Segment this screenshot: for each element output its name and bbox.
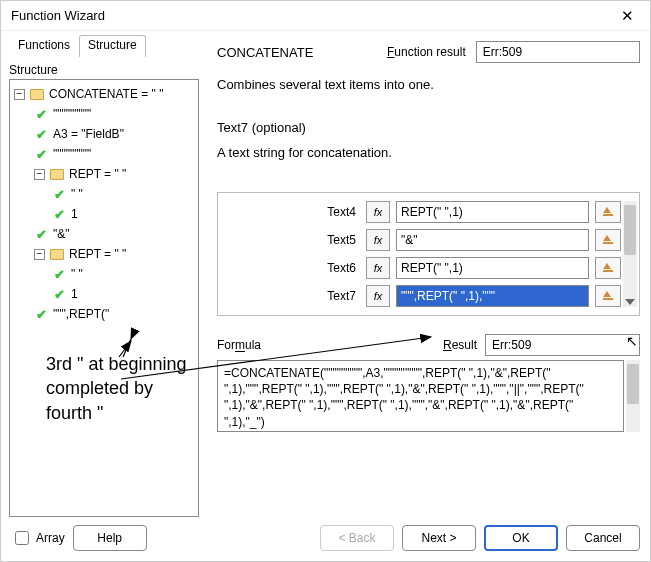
arg-label: Text4 xyxy=(224,205,360,219)
arg-row: Text6 fx xyxy=(224,257,621,279)
arg-input-text5[interactable] xyxy=(396,229,589,251)
button-bar: Array Help < Back Next > OK Cancel xyxy=(1,517,650,561)
ok-button[interactable]: OK xyxy=(484,525,558,551)
fx-button[interactable]: fx xyxy=(366,229,390,251)
result-box: Err:509 xyxy=(485,334,640,356)
tree-row[interactable]: ✔ A3 = "FieldB" xyxy=(12,124,196,144)
shrink-button[interactable] xyxy=(595,285,621,307)
function-result-label: Function result xyxy=(387,45,466,59)
arg-input-text6[interactable] xyxy=(396,257,589,279)
tab-structure[interactable]: Structure xyxy=(79,35,146,57)
folder-icon xyxy=(50,169,64,180)
arg-label: Text6 xyxy=(224,261,360,275)
right-pane: CONCATENATE Function result Err:509 Comb… xyxy=(199,35,640,517)
tree-label: 1 xyxy=(71,287,78,301)
tab-functions[interactable]: Functions xyxy=(9,35,79,57)
formula-label: Formula xyxy=(217,338,435,352)
scroll-thumb[interactable] xyxy=(624,205,636,255)
arg-label: Text5 xyxy=(224,233,360,247)
tree-row[interactable]: ✔ " " xyxy=(12,184,196,204)
tree-row[interactable]: ✔ """"""""" xyxy=(12,144,196,164)
array-checkbox[interactable]: Array xyxy=(11,528,65,548)
function-name: CONCATENATE xyxy=(217,45,377,60)
tree-label: "&" xyxy=(53,227,70,241)
function-description: Combines several text items into one. xyxy=(217,77,640,92)
folder-icon xyxy=(30,89,44,100)
chevron-down-icon[interactable] xyxy=(625,299,635,305)
collapse-icon[interactable]: − xyxy=(14,89,25,100)
cancel-button[interactable]: Cancel xyxy=(566,525,640,551)
arg-label: Text7 xyxy=(224,289,360,303)
collapse-icon[interactable]: − xyxy=(34,169,45,180)
tree-label: CONCATENATE = " " xyxy=(49,87,163,101)
check-icon: ✔ xyxy=(34,127,48,142)
folder-icon xyxy=(50,249,64,260)
fx-button[interactable]: fx xyxy=(366,285,390,307)
check-icon: ✔ xyxy=(52,267,66,282)
tree-label: REPT = " " xyxy=(69,167,126,181)
tabs: Functions Structure xyxy=(9,35,199,57)
shrink-icon xyxy=(603,207,613,217)
result-label: Result xyxy=(443,338,477,352)
arg-help: A text string for concatenation. xyxy=(217,145,640,160)
tree-label: " " xyxy=(71,187,83,201)
close-icon[interactable]: ✕ xyxy=(612,7,642,25)
check-icon: ✔ xyxy=(34,227,48,242)
left-pane: Functions Structure Structure − CONCATEN… xyxy=(9,35,199,517)
function-wizard-window: Function Wizard ✕ Functions Structure St… xyxy=(0,0,651,562)
tree-label: " " xyxy=(71,267,83,281)
structure-tree[interactable]: − CONCATENATE = " " ✔ """"""""" ✔ A3 = "… xyxy=(9,79,199,517)
arg-row: Text4 fx xyxy=(224,201,621,223)
fx-button[interactable]: fx xyxy=(366,257,390,279)
help-button[interactable]: Help xyxy=(73,525,147,551)
tree-row[interactable]: − REPT = " " xyxy=(12,164,196,184)
tree-row[interactable]: − CONCATENATE = " " xyxy=(12,84,196,104)
tree-label: 1 xyxy=(71,207,78,221)
arg-row: Text5 fx xyxy=(224,229,621,251)
back-button[interactable]: < Back xyxy=(320,525,394,551)
args-scrollbar[interactable] xyxy=(623,201,637,307)
tree-label: A3 = "FieldB" xyxy=(53,127,124,141)
array-checkbox-input[interactable] xyxy=(15,531,29,545)
collapse-icon[interactable]: − xyxy=(34,249,45,260)
tree-row[interactable]: ✔ " " xyxy=(12,264,196,284)
window-title: Function Wizard xyxy=(11,8,105,23)
titlebar: Function Wizard ✕ xyxy=(1,1,650,31)
check-icon: ✔ xyxy=(52,287,66,302)
shrink-icon xyxy=(603,235,613,245)
args-grid: Text4 fx Text5 fx Text6 fx xyxy=(217,192,640,316)
arg-row: Text7 fx xyxy=(224,285,621,307)
tree-row[interactable]: ✔ 1 xyxy=(12,284,196,304)
tree-row[interactable]: ✔ 1 xyxy=(12,204,196,224)
fx-button[interactable]: fx xyxy=(366,201,390,223)
check-icon: ✔ xyxy=(34,107,48,122)
tree-row[interactable]: ✔ "&" xyxy=(12,224,196,244)
tree-row[interactable]: − REPT = " " xyxy=(12,244,196,264)
shrink-button[interactable] xyxy=(595,201,621,223)
scroll-thumb[interactable] xyxy=(627,364,639,404)
tree-row[interactable]: ✔ """"""""" xyxy=(12,104,196,124)
check-icon: ✔ xyxy=(52,207,66,222)
shrink-icon xyxy=(603,291,613,301)
shrink-button[interactable] xyxy=(595,229,621,251)
tree-row[interactable]: ✔ """,REPT(" xyxy=(12,304,196,324)
tree-label: REPT = " " xyxy=(69,247,126,261)
next-button[interactable]: Next > xyxy=(402,525,476,551)
tree-label: """"""""" xyxy=(53,147,91,161)
check-icon: ✔ xyxy=(52,187,66,202)
formula-scrollbar[interactable] xyxy=(626,360,640,432)
array-label: Array xyxy=(36,531,65,545)
structure-label: Structure xyxy=(9,63,199,77)
function-result-box: Err:509 xyxy=(476,41,640,63)
shrink-icon xyxy=(603,263,613,273)
shrink-button[interactable] xyxy=(595,257,621,279)
tree-label: """,REPT(" xyxy=(53,307,109,321)
cursor-icon: ↖ xyxy=(626,333,638,349)
formula-input[interactable] xyxy=(217,360,624,432)
tree-label: """"""""" xyxy=(53,107,91,121)
arg-input-text7[interactable] xyxy=(396,285,589,307)
arg-input-text4[interactable] xyxy=(396,201,589,223)
arg-name: Text7 (optional) xyxy=(217,120,640,135)
annotation-text: 3rd " at beginning completed by fourth " xyxy=(46,352,196,425)
check-icon: ✔ xyxy=(34,147,48,162)
